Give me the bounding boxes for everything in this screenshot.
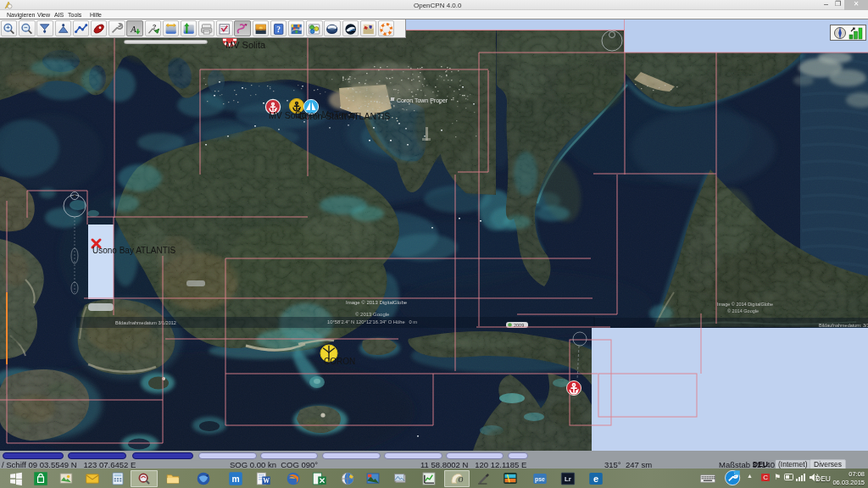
svg-text:CORON: CORON — [324, 357, 355, 366]
svg-text:?: ? — [152, 23, 156, 30]
svg-text:W: W — [263, 477, 270, 485]
svg-text:Usono Bay ATLANTIS: Usono Bay ATLANTIS — [92, 246, 176, 255]
svg-text:pse: pse — [535, 476, 545, 483]
svg-text:e: e — [593, 474, 598, 484]
svg-text:Image © 2013 DigitalGlobe: Image © 2013 DigitalGlobe — [346, 300, 408, 305]
svg-text:Coron-Stadt ATLANTIS: Coron-Stadt ATLANTIS — [298, 111, 390, 121]
svg-text:Bildaufnahmedatum: 3/1/201: Bildaufnahmedatum: 3/1/201 — [819, 323, 868, 328]
svg-text:© 2014 Google: © 2014 Google — [727, 308, 759, 313]
svg-text:+: + — [6, 24, 10, 31]
svg-text:?: ? — [276, 24, 281, 33]
svg-text:O: O — [459, 476, 464, 484]
svg-text:10°58’2.4” N 120°12’16.34” O H: 10°58’2.4” N 120°12’16.34” O Höhe 0 m — [327, 319, 417, 324]
svg-text:Lr: Lr — [565, 475, 571, 483]
svg-text:Image © 2014 DigitalGlobe: Image © 2014 DigitalGlobe — [717, 302, 773, 307]
svg-text:m: m — [231, 474, 239, 484]
svg-text:© 2013 Google: © 2013 Google — [355, 312, 390, 317]
svg-text:Bildaufnahmedatum 3/1/2012: Bildaufnahmedatum 3/1/2012 — [115, 320, 176, 325]
svg-text:Coron Town Proper: Coron Town Proper — [397, 97, 448, 104]
svg-text:MV Solita: MV Solita — [225, 40, 266, 50]
svg-text:−: − — [24, 24, 27, 31]
svg-text:A: A — [131, 24, 137, 33]
